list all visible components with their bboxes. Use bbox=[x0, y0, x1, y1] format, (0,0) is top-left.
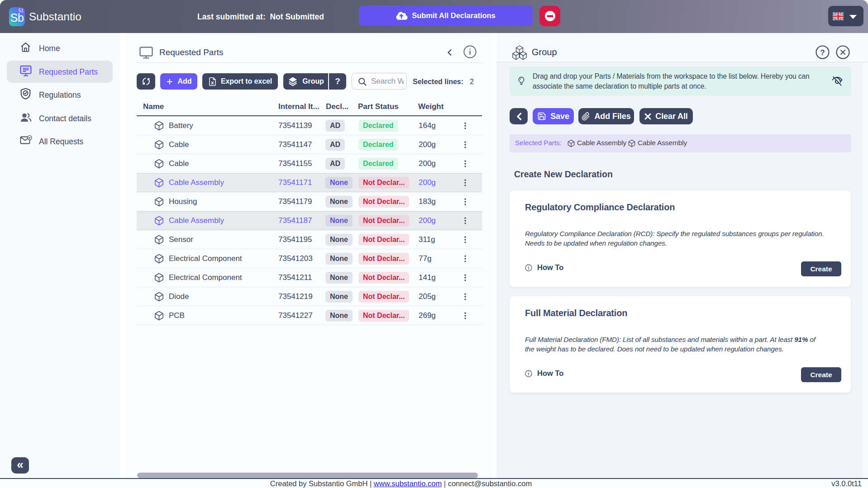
svg-text:?: ? bbox=[820, 48, 825, 57]
